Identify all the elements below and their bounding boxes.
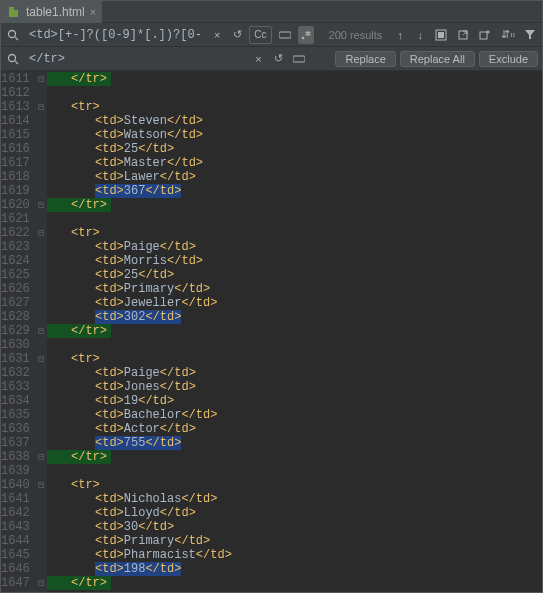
svg-line-10 [15, 61, 18, 64]
svg-point-0 [9, 30, 16, 37]
line-gutter: 1611161216131614161516161617161816191620… [1, 71, 35, 592]
replace-all-button[interactable]: Replace All [400, 51, 475, 67]
svg-line-1 [15, 37, 18, 40]
words-button[interactable] [276, 26, 294, 44]
find-bar: × ↺ Cc 200 results ↑ ↓ ⇵II [1, 23, 542, 47]
regex-button[interactable] [298, 26, 314, 44]
close-tab-icon[interactable]: × [90, 6, 96, 18]
tab-filename: table1.html [26, 5, 85, 19]
exclude-button[interactable]: Exclude [479, 51, 538, 67]
svg-rect-11 [293, 56, 305, 62]
replace-bar: × ↺ Replace Replace All Exclude [1, 47, 542, 71]
svg-point-9 [9, 54, 16, 61]
svg-line-7 [463, 31, 467, 35]
html-file-icon [7, 5, 21, 19]
filter-icon[interactable] [522, 26, 538, 44]
next-match-icon[interactable]: ↓ [412, 26, 428, 44]
tab-bar: table1.html × [1, 1, 542, 23]
replace-input[interactable] [25, 52, 246, 66]
result-count: 200 results [323, 29, 389, 41]
fold-gutter: ⊟⊟⊟⊟⊟⊟⊟⊟⊟ [35, 71, 47, 592]
replace-icon [5, 51, 21, 67]
find-input[interactable] [25, 28, 205, 42]
add-selection-icon[interactable] [476, 26, 494, 44]
clear-replace-icon[interactable]: × [250, 50, 266, 68]
history-icon[interactable]: ↺ [229, 26, 245, 44]
preserve-case-icon[interactable] [290, 50, 308, 68]
match-case-button[interactable]: Cc [249, 26, 271, 44]
svg-point-3 [301, 36, 304, 39]
new-window-icon[interactable] [454, 26, 472, 44]
svg-rect-5 [438, 32, 444, 38]
search-icon [5, 27, 21, 43]
svg-rect-8 [480, 32, 487, 39]
code-area[interactable]: </tr> <tr><td>Steven</td><td>Watson</td>… [47, 71, 542, 592]
svg-rect-2 [279, 32, 291, 38]
prev-match-icon[interactable]: ↑ [392, 26, 408, 44]
editor[interactable]: 1611161216131614161516161617161816191620… [1, 71, 542, 592]
file-tab[interactable]: table1.html × [1, 1, 102, 23]
replace-history-icon[interactable]: ↺ [270, 50, 286, 68]
select-all-icon[interactable] [432, 26, 450, 44]
clear-find-icon[interactable]: × [209, 26, 225, 44]
replace-button[interactable]: Replace [335, 51, 395, 67]
toggle-selection-icon[interactable]: ⇵II [498, 26, 518, 44]
